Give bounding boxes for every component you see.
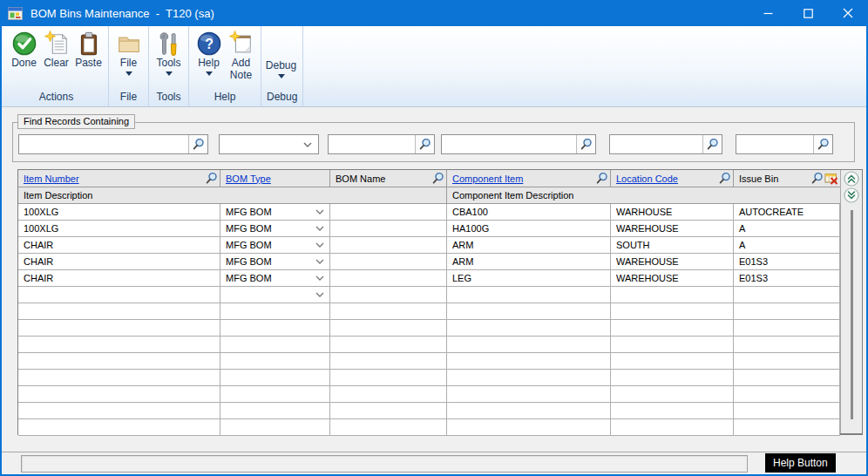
ribbon-toolbar: Done Clear [2,26,866,107]
minimize-button[interactable] [748,0,788,26]
cell-bom-name[interactable] [330,270,447,286]
empty-cell [734,303,840,319]
find-bom-name-input[interactable] [329,135,415,153]
cell-item-number[interactable]: 100XLG [18,204,220,220]
cell-component-item[interactable]: LEG [447,270,611,286]
cell-location-code[interactable]: WAREHOUSE [611,221,734,236]
header-component-item-lookup-button[interactable] [595,172,608,185]
maximize-button[interactable] [788,0,828,26]
window-title: BOM Bins Maintenance - T120 (sa) [31,7,214,20]
grid-vertical-scrollbar[interactable] [851,210,853,419]
cell-item-number[interactable] [18,287,220,303]
cell-component-item[interactable]: ARM [447,237,611,253]
debug-menu-button[interactable]: Debug [265,28,297,78]
find-issue-bin-input[interactable] [736,135,813,153]
cell-bom-name[interactable] [330,254,447,269]
cell-location-code[interactable]: WAREHOUSE [611,254,734,269]
table-row-empty [18,370,840,386]
cell-location-code[interactable] [611,287,734,303]
cell-issue-bin[interactable] [734,287,840,303]
cell-bom-name[interactable] [330,221,447,236]
collapse-all-rows-button[interactable] [844,171,859,187]
maximize-icon [804,9,813,18]
find-issue-bin-lookup-button[interactable] [813,135,832,153]
clear-button[interactable]: Clear [40,28,72,70]
cell-bom-name[interactable] [330,287,447,303]
header-item-number: Item Number [18,170,220,187]
header-bom-name-label: BOM Name [336,173,385,184]
cell-bom-type-dropdown[interactable]: MFG BOM [220,254,330,269]
cell-issue-bin[interactable]: E01S3 [734,254,840,269]
paste-clipboard-icon [76,31,102,57]
table-row: CHAIR MFG BOM ARM WAREHOUSE E01S3 [18,254,840,270]
cell-location-code[interactable]: SOUTH [611,237,734,253]
header-bom-name: BOM Name [330,170,447,187]
ribbon-group-actions-buttons: Done Clear [8,28,105,88]
grid-header-row: Item Number BOM Type BOM Name [18,170,840,187]
help-question-icon: ? [196,31,222,57]
find-item-number-lookup-button[interactable] [188,135,207,153]
cell-issue-bin[interactable]: E01S3 [734,270,840,286]
cell-bom-type-dropdown[interactable] [220,287,330,303]
find-item-number-input[interactable] [19,135,188,153]
header-bom-name-lookup-button[interactable] [431,172,444,185]
done-button[interactable]: Done [8,28,40,70]
empty-cell [611,386,734,402]
cell-component-item[interactable]: HA100G [447,221,611,236]
chevron-down-icon [315,275,324,281]
header-item-number-link[interactable]: Item Number [24,173,79,184]
cell-bom-type-dropdown[interactable]: MFG BOM [220,270,330,286]
cell-item-number[interactable]: 100XLG [18,221,220,236]
empty-cell [611,419,734,435]
header-item-number-lookup-button[interactable] [205,172,218,185]
cell-bom-type-dropdown[interactable]: MFG BOM [220,221,330,236]
cell-bom-type-dropdown[interactable]: MFG BOM [220,204,330,220]
cell-item-number[interactable]: CHAIR [18,254,220,269]
empty-cell [18,386,220,402]
find-component-item-lookup-button[interactable] [576,135,595,153]
empty-cell [330,419,447,435]
cell-item-number[interactable]: CHAIR [18,237,220,253]
empty-cell [18,419,220,435]
cell-location-code[interactable]: WAREHOUSE [611,270,734,286]
header-component-item-link[interactable]: Component Item [452,173,523,184]
remove-bin-button[interactable] [824,172,838,186]
chevron-down-icon [278,74,285,78]
find-location-code-input[interactable] [610,135,702,153]
find-bom-type-combo[interactable] [219,134,319,154]
cell-component-item[interactable]: CBA100 [447,204,611,220]
find-location-code-lookup-button[interactable] [702,135,722,153]
close-button[interactable] [828,0,868,26]
find-bom-name-lookup-button[interactable] [415,135,434,153]
cell-bom-name[interactable] [330,204,447,220]
bom-bins-grid: Item Number BOM Type BOM Name [17,169,863,435]
ribbon-group-label-file: File [112,88,145,106]
cell-component-item[interactable] [447,287,611,303]
help-menu-button[interactable]: ? Help [193,28,225,76]
header-location-code-link[interactable]: Location Code [616,173,678,184]
empty-cell [18,353,220,369]
empty-cell [447,353,611,369]
magnifier-icon [431,172,444,185]
cell-component-item[interactable]: ARM [447,254,611,269]
magnifier-icon [810,172,824,185]
cell-item-number[interactable]: CHAIR [18,270,220,286]
cell-issue-bin[interactable]: AUTOCREATE [734,204,840,220]
cell-bom-type-dropdown[interactable]: MFG BOM [220,237,330,253]
cell-issue-bin[interactable]: A [734,221,840,236]
tools-menu-button[interactable]: Tools [153,28,185,76]
empty-cell [611,320,734,336]
file-menu-button[interactable]: File [112,28,145,76]
bom-type-value: MFG BOM [226,273,272,283]
cell-issue-bin[interactable]: A [734,237,840,253]
empty-cell [734,386,840,402]
cell-bom-name[interactable] [330,237,447,253]
paste-button[interactable]: Paste [72,28,105,70]
find-component-item-input[interactable] [442,135,576,153]
expand-all-rows-button[interactable] [844,187,859,203]
header-bom-type-link[interactable]: BOM Type [226,173,271,184]
add-note-button[interactable]: Add Note [225,28,257,82]
header-issue-bin-lookup-button[interactable] [810,172,824,185]
header-location-code-lookup-button[interactable] [718,172,731,185]
cell-location-code[interactable]: WARHOUSE [611,204,734,220]
